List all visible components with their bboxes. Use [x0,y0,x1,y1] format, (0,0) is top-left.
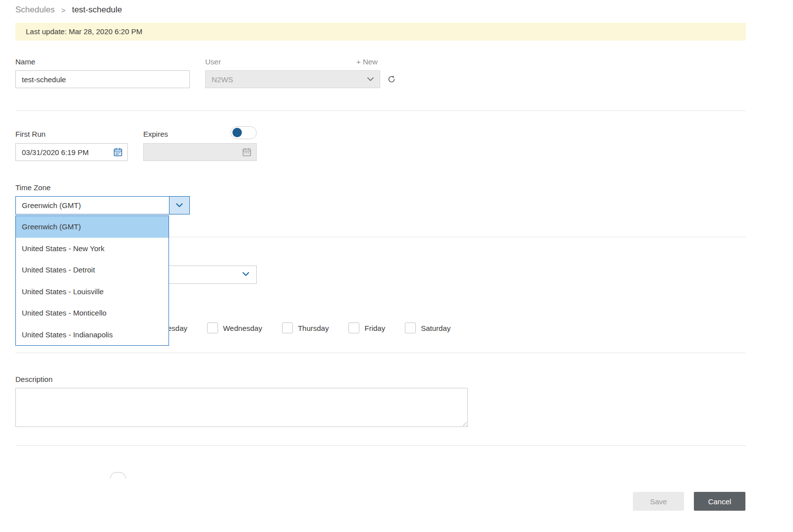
section-divider [15,110,746,111]
description-field [15,388,468,427]
calendar-icon[interactable] [113,148,122,157]
user-select[interactable]: N2WS [205,70,380,88]
refresh-user-button[interactable] [387,74,396,84]
breadcrumb-separator-icon: > [61,6,65,14]
last-update-banner: Last update: Mar 28, 2020 6:20 PM [15,23,746,41]
timezone-option[interactable]: United States - Louisville [16,281,169,303]
refresh-icon [387,75,396,84]
checkbox-icon[interactable] [207,322,218,333]
timezone-option[interactable]: United States - Monticello [16,302,169,324]
expires-toggle[interactable] [230,126,257,139]
day-label: Friday [364,324,385,332]
timezone-option[interactable]: United States - Detroit [16,259,169,281]
breadcrumb-schedules-link[interactable]: Schedules [15,5,55,15]
day-label: Wednesday [223,324,262,332]
cancel-button[interactable]: Cancel [694,492,745,511]
name-label: Name [15,57,35,66]
first-run-label: First Run [15,130,46,138]
description-textarea[interactable] [16,388,467,426]
checkbox-icon[interactable] [282,322,293,333]
partial-toggle[interactable] [110,472,126,479]
first-run-value: 03/31/2020 6:19 PM [22,148,89,157]
last-update-text: Last update: Mar 28, 2020 6:20 PM [26,27,142,36]
day-label: Saturday [421,324,451,332]
expires-label: Expires [143,130,168,138]
time-zone-select[interactable]: Greenwich (GMT) [15,196,190,214]
section-divider [15,445,746,446]
schedule-edit-page: Schedules > test-schedule Last update: M… [0,0,793,532]
timezone-option[interactable]: United States - New York [16,238,169,260]
timezone-dropdown-list: Greenwich (GMT)United States - New YorkU… [15,215,169,346]
section-divider [15,353,746,353]
save-button[interactable]: Save [633,492,684,511]
checkbox-icon[interactable] [405,322,416,333]
checkbox-icon[interactable] [348,322,359,333]
day-checkbox-saturday[interactable]: Saturday [405,322,451,333]
toggle-track-icon [110,472,126,479]
user-select-value: N2WS [212,75,233,84]
day-checkbox-wednesday[interactable]: Wednesday [207,322,262,333]
expires-datepicker[interactable] [143,143,257,161]
breadcrumb: Schedules > test-schedule [15,3,122,17]
timezone-option[interactable]: Greenwich (GMT) [16,216,169,238]
day-checkbox-thursday[interactable]: Thursday [282,322,329,333]
description-label: Description [15,375,53,383]
chevron-down-icon[interactable] [169,197,189,214]
toggle-knob-icon [232,128,242,137]
days-row: TuesdayWednesdayThursdayFridaySaturday [143,322,451,333]
name-input[interactable] [15,70,190,88]
breadcrumb-current: test-schedule [72,5,122,15]
chevron-down-icon [242,272,249,276]
day-checkbox-friday[interactable]: Friday [348,322,385,333]
chevron-down-icon [367,77,374,81]
first-run-datepicker[interactable]: 03/31/2020 6:19 PM [15,143,128,161]
time-zone-label: Time Zone [15,183,51,192]
user-label: User [205,57,221,66]
calendar-icon [242,148,251,157]
timezone-option[interactable]: United States - Indianapolis [16,324,169,346]
day-label: Thursday [298,324,329,332]
time-zone-value: Greenwich (GMT) [22,197,81,214]
new-user-link[interactable]: + New [356,57,378,66]
